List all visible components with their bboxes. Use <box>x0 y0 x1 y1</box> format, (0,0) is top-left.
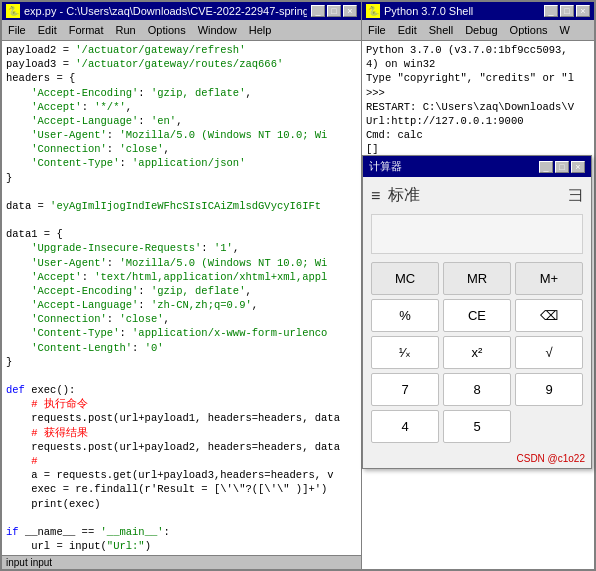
calc-btn-backspace[interactable]: ⌫ <box>515 299 583 332</box>
menu-options[interactable]: Options <box>142 22 192 38</box>
shell-output[interactable]: Python 3.7.0 (v3.7.0:1bf9cc5093, 4) on w… <box>362 41 594 161</box>
menu-window[interactable]: Window <box>192 22 243 38</box>
watermark: CSDN @c1o22 <box>363 451 591 468</box>
menu-edit[interactable]: Edit <box>32 22 63 38</box>
shell-menu-shell[interactable]: Shell <box>423 22 459 38</box>
calc-window-controls: _ □ × <box>539 161 585 173</box>
calc-display <box>371 214 583 254</box>
calc-buttons-grid: MC MR M+ % CE ⌫ ¹∕ₓ x² √ 7 8 9 4 5 <box>371 262 583 443</box>
shell-maximize-button[interactable]: □ <box>560 5 574 17</box>
maximize-button[interactable]: □ <box>327 5 341 17</box>
menu-format[interactable]: Format <box>63 22 110 38</box>
calc-btn-5[interactable]: 5 <box>443 410 511 443</box>
shell-title-bar: 🐍 Python 3.7.0 Shell _ □ × <box>362 2 594 20</box>
calc-mode-alt-icon[interactable]: 彐 <box>569 187 583 205</box>
shell-icon: 🐍 <box>366 4 380 18</box>
shell-menu-bar: File Edit Shell Debug Options W <box>362 20 594 41</box>
calc-hamburger-icon[interactable]: ≡ <box>371 187 380 205</box>
calc-btn-square[interactable]: x² <box>443 336 511 369</box>
calc-mode-label: 标准 <box>388 185 561 206</box>
calc-close-button[interactable]: × <box>571 161 585 173</box>
shell-menu-debug[interactable]: Debug <box>459 22 503 38</box>
calc-btn-7[interactable]: 7 <box>371 373 439 406</box>
editor-icon: 🐍 <box>6 4 20 18</box>
calc-btn-percent[interactable]: % <box>371 299 439 332</box>
shell-minimize-button[interactable]: _ <box>544 5 558 17</box>
calc-btn-9[interactable]: 9 <box>515 373 583 406</box>
status-text: input input <box>6 557 52 568</box>
calculator-window: 计算器 _ □ × ≡ 标准 彐 MC MR M+ <box>362 155 592 469</box>
calc-btn-reciprocal[interactable]: ¹∕ₓ <box>371 336 439 369</box>
shell-close-button[interactable]: × <box>576 5 590 17</box>
close-button[interactable]: × <box>343 5 357 17</box>
calc-title-bar: 计算器 _ □ × <box>363 156 591 177</box>
calc-minimize-button[interactable]: _ <box>539 161 553 173</box>
editor-title-bar: 🐍 exp.py - C:\Users\zaq\Downloads\CVE-20… <box>2 2 361 20</box>
calc-mode-bar: ≡ 标准 彐 <box>371 185 583 206</box>
minimize-button[interactable]: _ <box>311 5 325 17</box>
shell-window-controls: _ □ × <box>544 5 590 17</box>
code-editor[interactable]: payload2 = '/actuator/gateway/refresh' p… <box>2 41 361 555</box>
shell-title: Python 3.7.0 Shell <box>384 5 540 17</box>
editor-title: exp.py - C:\Users\zaq\Downloads\CVE-2022… <box>24 5 307 17</box>
calc-title-text: 计算器 <box>369 159 402 174</box>
calc-body: ≡ 标准 彐 MC MR M+ % CE ⌫ ¹∕ₓ x² √ 7 8 9 <box>363 177 591 451</box>
shell-menu-edit[interactable]: Edit <box>392 22 423 38</box>
shell-menu-options[interactable]: Options <box>504 22 554 38</box>
calc-btn-ce[interactable]: CE <box>443 299 511 332</box>
calc-btn-mr[interactable]: MR <box>443 262 511 295</box>
shell-menu-file[interactable]: File <box>362 22 392 38</box>
menu-file[interactable]: File <box>2 22 32 38</box>
calc-btn-4[interactable]: 4 <box>371 410 439 443</box>
calc-btn-sqrt[interactable]: √ <box>515 336 583 369</box>
calc-btn-mc[interactable]: MC <box>371 262 439 295</box>
menu-help[interactable]: Help <box>243 22 278 38</box>
shell-menu-w[interactable]: W <box>554 22 576 38</box>
menu-run[interactable]: Run <box>110 22 142 38</box>
calc-maximize-button[interactable]: □ <box>555 161 569 173</box>
editor-window-controls: _ □ × <box>311 5 357 17</box>
editor-status-bar: input input <box>2 555 361 569</box>
calc-btn-8[interactable]: 8 <box>443 373 511 406</box>
calc-btn-mplus[interactable]: M+ <box>515 262 583 295</box>
editor-menu-bar: File Edit Format Run Options Window Help <box>2 20 361 41</box>
